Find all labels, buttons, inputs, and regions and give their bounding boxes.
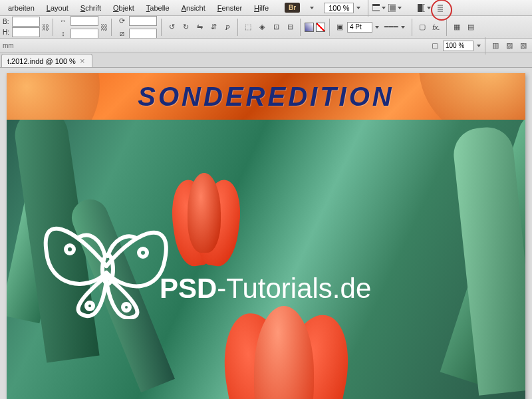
document-tab-bar: t.2012.indd @ 100 % × [0,53,532,68]
menu-bar: arbeiten Layout Schrift Objekt Tabelle A… [0,0,532,16]
document-tab[interactable]: t.2012.indd @ 100 % × [1,54,92,67]
svg-point-13 [86,303,93,309]
opacity-icon[interactable]: ▢ [429,40,441,52]
svg-point-11 [66,245,74,253]
logo-sep: - [217,273,226,304]
divider [412,19,412,36]
svg-point-12 [139,249,147,257]
menu-arbeiten[interactable]: arbeiten [3,2,40,14]
divider [237,19,238,36]
text-wrap-shape-icon[interactable]: ▥ [489,40,501,52]
rotate-icon: ⟳ [116,16,128,27]
menu-ansicht[interactable]: Ansicht [176,2,211,14]
canvas[interactable]: SONDEREDITION [0,68,532,399]
stroke-style-icon[interactable]: ━━━ [381,21,408,33]
view-mode-icon[interactable] [388,1,402,15]
shear-input[interactable] [129,29,157,39]
close-tab-icon[interactable]: × [80,57,85,65]
scale-x-icon: ↔ [57,16,69,27]
fit-content-icon[interactable]: ⊡ [270,21,282,33]
divider [368,0,368,17]
fit-frame-icon[interactable]: ⊟ [284,21,296,33]
logo-bold: PSD [160,273,217,304]
scale-x-input[interactable] [70,16,98,26]
svg-point-14 [123,304,130,311]
constrain-scale-icon[interactable]: ⛓ [100,18,107,37]
text-wrap-bounding-icon[interactable]: ▤ [465,21,477,33]
rotate-cw-icon[interactable]: ↻ [180,21,192,33]
rotate-shear-fields: ⟳ ⧄ [116,16,157,39]
size-fields: B: H: [3,17,40,37]
stroke-swatch[interactable] [316,23,325,32]
unit-label: mm [3,42,14,49]
tulip-graphic [219,306,352,399]
rotate-input[interactable] [129,16,157,26]
paragraph-icon[interactable]: P [221,21,233,33]
divider [329,19,330,36]
flip-h-icon[interactable]: ⇋ [194,21,205,33]
document-page[interactable]: SONDEREDITION [7,73,525,399]
menu-tabelle[interactable]: Tabelle [141,2,175,14]
menu-fenster[interactable]: Fenster [212,2,247,14]
svg-rect-4 [418,4,422,12]
control-panel: B: H: ⛓ ↔ ↕ ⛓ ⟳ ⧄ ↺ ↻ ⇋ ⇵ P ⬚ ◈ ⊡ ⊟ ▣ 4 … [0,16,532,39]
menu-schrift[interactable]: Schrift [75,2,106,14]
width-input[interactable] [12,17,40,27]
text-wrap-jump-next-icon[interactable]: ▧ [517,40,529,52]
select-content-icon[interactable]: ◈ [256,21,268,33]
text-wrap-jump-icon[interactable]: ▨ [503,40,515,52]
banner-title: SONDEREDITION [138,82,394,112]
divider [485,37,485,55]
svg-rect-3 [390,5,396,11]
height-input[interactable] [12,27,40,37]
workspace-icon[interactable] [433,1,448,15]
fx-icon[interactable]: fx. [430,21,442,33]
scale-y-icon: ↕ [57,27,69,39]
divider [111,19,112,36]
control-panel-row2: mm ▢ 100 % ▥ ▨ ▧ [0,39,532,53]
svg-rect-1 [372,4,380,6]
divider [161,19,162,36]
banner: SONDEREDITION [7,73,525,120]
butterfly-logo-icon [33,186,180,319]
zoom-control[interactable]: 100 % [324,3,360,13]
shear-icon: ⧄ [116,27,128,39]
menu-objekt[interactable]: Objekt [108,2,140,14]
select-container-icon[interactable]: ⬚ [242,21,254,33]
flip-v-icon[interactable]: ⇵ [207,21,219,33]
rotate-ccw-icon[interactable]: ↺ [166,21,178,33]
arrange-icon[interactable] [417,1,432,15]
photo-background: PSD-Tutorials.de [7,120,525,399]
stroke-weight-value[interactable]: 4 Pt [347,22,372,33]
constrain-proportions-icon[interactable]: ⛓ [42,18,49,37]
effects-icon[interactable]: ▢ [416,21,428,33]
fill-swatch[interactable] [305,23,314,32]
document-tab-title: t.2012.indd @ 100 % [7,57,76,65]
bridge-dropdown[interactable] [304,1,319,15]
menu-hilfe[interactable]: Hilfe [249,2,274,14]
width-label: B: [3,18,11,25]
logo-text: PSD-Tutorials.de [160,273,371,305]
height-label: H: [3,29,11,36]
scale-y-input[interactable] [70,29,98,39]
divider [53,19,53,36]
zoom-value[interactable]: 100 % [324,3,354,13]
svg-rect-5 [423,4,425,12]
scale-fields: ↔ ↕ [57,16,98,39]
divider [446,19,447,36]
text-wrap-none-icon[interactable]: ▦ [451,21,463,33]
bridge-button[interactable]: Br [285,3,300,13]
divider [300,19,301,36]
logo-rest: Tutorials.de [226,273,371,304]
screen-mode-icon[interactable] [372,1,386,15]
stroke-stepper-icon[interactable]: ▣ [334,21,346,33]
opacity-value[interactable]: 100 % [443,41,473,51]
menu-layout[interactable]: Layout [41,2,74,14]
stroke-weight-control[interactable]: ▣ 4 Pt [334,21,379,33]
